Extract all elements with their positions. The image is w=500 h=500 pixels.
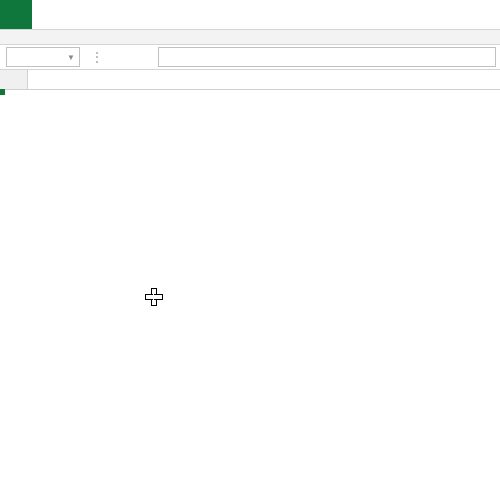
tab-foxit[interactable] xyxy=(200,0,224,29)
formula-input[interactable] xyxy=(158,47,496,67)
column-headers xyxy=(0,70,500,90)
formula-bar: ▼ ⋮ xyxy=(0,44,500,70)
tab-file[interactable] xyxy=(0,0,32,29)
name-box[interactable]: ▼ xyxy=(6,47,80,67)
tab-page-layout[interactable] xyxy=(80,0,104,29)
tab-view[interactable] xyxy=(176,0,200,29)
mouse-cursor-icon xyxy=(145,288,163,306)
tab-home[interactable] xyxy=(32,0,56,29)
ribbon-tabs xyxy=(0,0,500,30)
expand-icon[interactable]: ⋮ xyxy=(86,49,108,65)
chevron-down-icon[interactable]: ▼ xyxy=(67,53,75,62)
select-all-corner[interactable] xyxy=(0,70,28,89)
toolbar-area xyxy=(0,30,500,44)
tab-insert[interactable] xyxy=(56,0,80,29)
tab-data[interactable] xyxy=(128,0,152,29)
cell-selection xyxy=(0,90,4,94)
tab-formulas[interactable] xyxy=(104,0,128,29)
spreadsheet-grid xyxy=(0,70,500,90)
tab-review[interactable] xyxy=(152,0,176,29)
